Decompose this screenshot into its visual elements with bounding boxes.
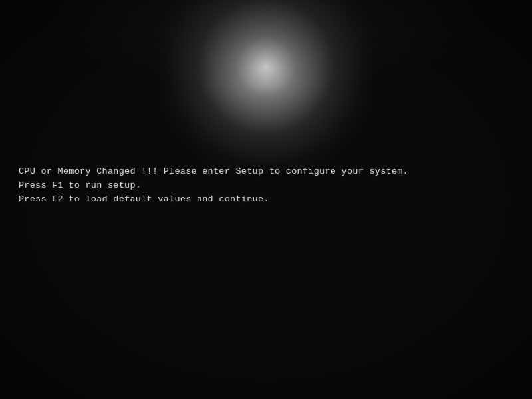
bios-screen: CPU or Memory Changed !!! Please enter S… xyxy=(0,0,532,399)
bios-line-3: Press F2 to load default values and cont… xyxy=(19,193,408,207)
bios-line-2: Press F1 to run setup. xyxy=(19,179,408,193)
screen-glare xyxy=(160,0,372,173)
bios-message-area: CPU or Memory Changed !!! Please enter S… xyxy=(19,165,408,207)
bios-line-1: CPU or Memory Changed !!! Please enter S… xyxy=(19,165,408,179)
